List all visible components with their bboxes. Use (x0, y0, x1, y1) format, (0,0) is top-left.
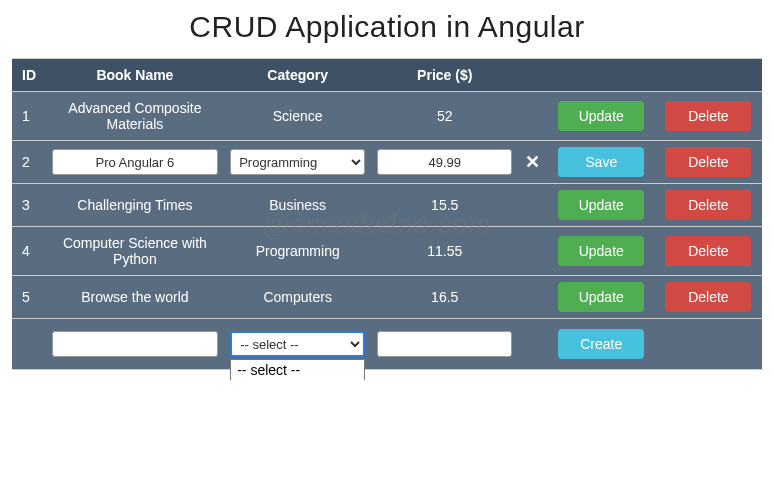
edit-name-input[interactable] (52, 149, 219, 175)
table-row: 1 Advanced Composite Materials Science 5… (12, 92, 762, 140)
cancel-edit-icon[interactable]: ✕ (525, 151, 540, 173)
delete-button[interactable]: Delete (665, 236, 751, 266)
cell-price: 16.5 (371, 276, 518, 318)
edit-category-select[interactable]: Programming (230, 149, 365, 175)
header-category: Category (224, 59, 371, 91)
update-button[interactable]: Update (558, 101, 644, 131)
new-price-input[interactable] (377, 331, 512, 357)
cell-id: 2 (12, 141, 46, 183)
cell-category: Science (224, 92, 371, 140)
delete-button[interactable]: Delete (665, 190, 751, 220)
create-button[interactable]: Create (558, 329, 644, 359)
cell-name: Browse the world (46, 276, 225, 318)
cell-price: 15.5 (371, 184, 518, 226)
update-button[interactable]: Update (558, 236, 644, 266)
delete-button[interactable]: Delete (665, 101, 751, 131)
cell-id: 3 (12, 184, 46, 226)
header-id: ID (12, 59, 46, 91)
delete-button[interactable]: Delete (665, 282, 751, 312)
dropdown-option[interactable]: -- select -- (231, 360, 364, 380)
cell-name: Computer Science with Python (46, 227, 225, 275)
update-button[interactable]: Update (558, 190, 644, 220)
books-table: ID Book Name Category Price ($) 1 Advanc… (12, 58, 762, 370)
cell-price: 52 (371, 92, 518, 140)
edit-price-input[interactable] (377, 149, 512, 175)
save-button[interactable]: Save (558, 147, 644, 177)
table-row: 3 Challenging Times Business 15.5 Update… (12, 184, 762, 226)
table-row-edit: 2 Programming ✕ Save Delete (12, 141, 762, 183)
cell-id: 4 (12, 227, 46, 275)
new-name-input[interactable] (52, 331, 219, 357)
cell-id: 1 (12, 92, 46, 140)
cell-category: Programming (224, 227, 371, 275)
header-row: ID Book Name Category Price ($) (12, 59, 762, 91)
cell-category: Computers (224, 276, 371, 318)
delete-button[interactable]: Delete (665, 147, 751, 177)
new-entry-row: -- select -- -- select -- Business Compu… (12, 319, 762, 369)
header-price: Price ($) (371, 59, 518, 91)
update-button[interactable]: Update (558, 282, 644, 312)
header-name: Book Name (46, 59, 225, 91)
table-row: 4 Computer Science with Python Programmi… (12, 227, 762, 275)
cell-price: 11.55 (371, 227, 518, 275)
new-category-select[interactable]: -- select -- (230, 331, 365, 357)
cell-id: 5 (12, 276, 46, 318)
category-dropdown-list: -- select -- Business Computers Programm… (230, 359, 365, 380)
cell-name: Advanced Composite Materials (46, 92, 225, 140)
page-title: CRUD Application in Angular (12, 10, 762, 44)
table-row: 5 Browse the world Computers 16.5 Update… (12, 276, 762, 318)
cell-category: Business (224, 184, 371, 226)
cell-name: Challenging Times (46, 184, 225, 226)
